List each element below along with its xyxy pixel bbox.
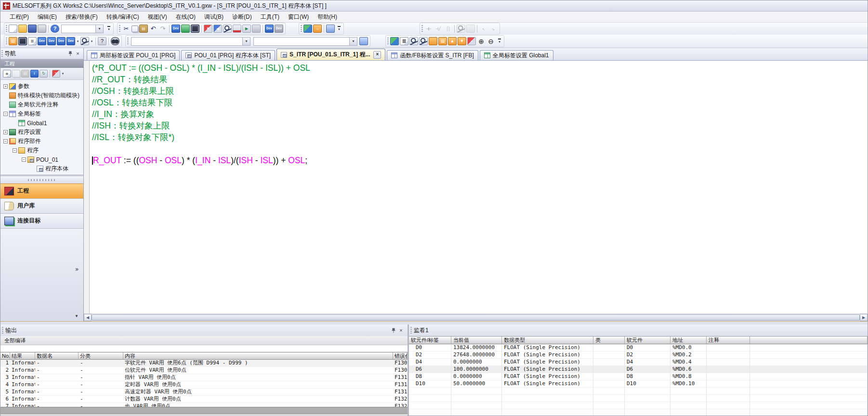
toolbar-overflow-icon[interactable]: ▾ — [497, 37, 502, 46]
tree-item[interactable]: −全局标签 — [0, 109, 83, 118]
cut-icon[interactable]: ✂ — [122, 25, 131, 33]
dock-splitter[interactable] — [0, 321, 868, 325]
tree-expander-icon[interactable]: − — [22, 157, 26, 162]
st-code-text[interactable]: (*R_OUT := ((OSH - OSL) * (I_IN - ISL)/(… — [90, 61, 868, 313]
project-data-list-icon[interactable]: ▤ — [9, 37, 17, 45]
line-draw-up-icon[interactable]: ⇖ — [479, 25, 488, 33]
menu-item-v[interactable]: 视图(V) — [144, 12, 171, 22]
pin-icon[interactable] — [390, 327, 397, 334]
watch-column-header[interactable]: 软元件/标签 — [409, 337, 451, 344]
save-icon[interactable] — [28, 25, 37, 33]
output-column-header[interactable]: 分类 — [79, 352, 123, 360]
scrollbar-thumb[interactable] — [92, 314, 860, 321]
tab-close-icon[interactable]: × — [373, 51, 381, 59]
bookmark-clear-icon[interactable]: × — [467, 37, 476, 45]
menu-item-d[interactable]: 诊断(D) — [228, 12, 256, 22]
bookmark-set-icon[interactable] — [429, 37, 437, 45]
watch-row[interactable] — [409, 409, 868, 416]
output-row[interactable]: 4Information--定时器 VAR用 使用0点F1312 — [0, 381, 408, 389]
redo-icon[interactable]: ↷ — [158, 25, 167, 33]
scroll-left-icon[interactable]: ◀ — [84, 314, 92, 321]
convert-icon[interactable] — [390, 37, 399, 45]
dev-display-setting-icon[interactable]: Dev — [66, 37, 75, 45]
toolbar-overflow-icon[interactable]: ▾ — [336, 24, 342, 33]
instruction-search-icon[interactable] — [466, 25, 475, 33]
nav-splitter-handle[interactable] — [0, 177, 83, 183]
output-row[interactable]: 5Information--高速定时器 VAR用 使用0点F1316 — [0, 389, 408, 396]
menu-item-e[interactable]: 编辑(E) — [33, 12, 61, 22]
device-search-tool-icon[interactable] — [80, 37, 89, 45]
dropdown-arrow-icon[interactable]: ▾ — [76, 37, 80, 45]
copy-icon[interactable] — [132, 26, 138, 32]
tree-item[interactable]: −stPOU_01 — [0, 155, 83, 164]
tree-item[interactable]: 全局软元件注释 — [0, 100, 83, 109]
close-contact-icon[interactable]: ⊣/ — [434, 25, 443, 33]
cross-reference-icon[interactable] — [419, 37, 428, 45]
tree-item[interactable]: st程序本体 — [0, 164, 83, 173]
pin-icon[interactable] — [66, 50, 74, 57]
zoom-out-icon[interactable]: ⊖ — [487, 37, 495, 45]
watch-column-header[interactable]: 类 — [593, 337, 625, 344]
open-contact-icon[interactable]: ⊣⊢ — [424, 25, 433, 33]
output-row[interactable]: 2Information--位软元件 VAR用 使用0点F1306 — [0, 367, 408, 374]
document-tab-5[interactable]: 全局标签设置 Global1 — [480, 50, 553, 60]
module-configuration-icon[interactable] — [18, 37, 27, 45]
watch-row[interactable]: D40.0000000FLOAT (Single Precision)D4%MD… — [409, 359, 868, 366]
menu-item-f[interactable]: 搜索/替换(F) — [61, 12, 102, 22]
menu-item-c[interactable]: 转换/编译(C) — [102, 12, 144, 22]
window-display-icon[interactable] — [359, 37, 368, 45]
tree-item[interactable]: Global1 — [0, 118, 83, 128]
output-row[interactable]: 1Information--字软元件 VAR用 使用6点 (范围 D994 - … — [0, 360, 408, 367]
new-data-icon[interactable]: + — [3, 70, 11, 78]
print-icon[interactable] — [38, 25, 46, 33]
scroll-right-icon[interactable]: ▶ — [860, 314, 868, 321]
monitor-stop-icon[interactable] — [252, 25, 261, 33]
undo-icon[interactable]: ↶ — [149, 25, 158, 33]
dev-comment-view-icon[interactable]: Dev — [38, 37, 46, 45]
bookmark-prev-icon[interactable]: ▲ — [448, 37, 457, 45]
output-column-header[interactable]: 内容 — [123, 352, 393, 360]
bookmark-next-icon[interactable]: ▼ — [458, 37, 466, 45]
jump-to-data-icon[interactable]: → — [313, 25, 322, 33]
hardware-settings-icon[interactable] — [191, 25, 199, 33]
output-row[interactable]: 3Information--指针 VAR用 使用0点F1310 — [0, 374, 408, 381]
chevron-down-icon[interactable]: ▼ — [75, 314, 79, 318]
document-tab-1[interactable]: 局部标签设置 POU_01 [PRG] — [87, 50, 180, 60]
document-tab-3[interactable]: stS_ITR [POU_01.S_ITR_1] 程...× — [276, 49, 385, 60]
tree-item[interactable]: −程序部件 — [0, 137, 83, 146]
document-tab-2[interactable]: stPOU_01 [PRG] 程序本体 [ST] — [181, 50, 275, 60]
output-column-header[interactable]: 结果 — [10, 352, 35, 360]
pulse-contact-icon[interactable]: ∏ — [444, 25, 452, 33]
paste-data-icon[interactable]: ▤ — [21, 70, 29, 78]
open-file-icon[interactable] — [18, 25, 27, 33]
dropdown-arrow-icon[interactable]: ▾ — [61, 70, 65, 78]
dev-format-display-icon[interactable]: Dev — [275, 25, 283, 33]
output-column-header[interactable]: 错误代码 — [393, 352, 408, 360]
st-code-editor[interactable]: (*R_OUT := ((OSH - OSL) * (I_IN - ISL)/(… — [84, 61, 868, 313]
output-column-header[interactable]: 数据名 — [35, 352, 79, 360]
chevron-down-icon[interactable]: ▾ — [95, 25, 103, 33]
paste-icon[interactable]: ▤ — [139, 25, 148, 33]
refresh-view-icon[interactable]: ↻ — [39, 70, 48, 78]
device-batch-monitor-icon[interactable] — [233, 25, 241, 33]
write-to-plc-icon[interactable]: ▼ — [204, 25, 212, 33]
menu-item-h[interactable]: 帮助(H) — [313, 12, 342, 22]
copy-data-icon[interactable] — [12, 70, 20, 78]
simulation-start-icon[interactable] — [303, 25, 312, 33]
verify-with-plc-icon[interactable] — [223, 25, 232, 33]
bookmark-list-icon[interactable]: ▤ — [438, 37, 447, 45]
dropdown-arrow-icon[interactable]: ▾ — [90, 37, 94, 45]
document-tab-4[interactable]: 函数/FB标签设置 S_ITR [FB] — [387, 50, 478, 60]
menu-item-w[interactable]: 窗口(W) — [284, 12, 313, 22]
editor-horizontal-scrollbar[interactable]: ◀ ▶ — [84, 313, 868, 321]
menu-item-t[interactable]: 工具(T) — [256, 12, 284, 22]
watch-row[interactable] — [409, 402, 868, 409]
device-comment-display-icon[interactable]: Dev — [171, 25, 180, 33]
chevron-right-icon[interactable]: » — [75, 266, 79, 273]
user-library-button[interactable]: 用户库 — [0, 198, 83, 213]
tree-expander-icon[interactable]: − — [3, 112, 8, 116]
help-icon[interactable]: ? — [51, 25, 59, 33]
watch-column-header[interactable]: 当前值 — [451, 337, 502, 344]
watch-row[interactable] — [409, 388, 868, 395]
rebuild-all-icon[interactable]: ≣ — [400, 37, 408, 45]
